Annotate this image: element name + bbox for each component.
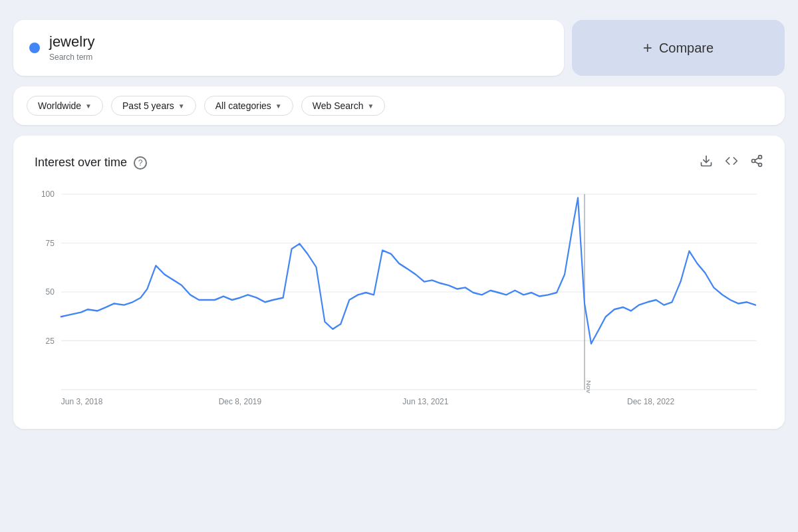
blue-dot-icon xyxy=(29,43,40,53)
search-term-text: jewelry Search term xyxy=(49,33,94,63)
compare-plus-icon: + xyxy=(643,39,652,57)
filter-row: Worldwide ▼ Past 5 years ▼ All categorie… xyxy=(13,86,785,125)
time-chevron-icon: ▼ xyxy=(178,102,185,110)
search-term-value: jewelry xyxy=(49,33,94,51)
top-row: jewelry Search term + Compare xyxy=(13,20,785,76)
chart-area: 100 75 50 25 Nov Jun 3, 2018 Dec 8, 2019… xyxy=(35,187,763,413)
share-icon[interactable] xyxy=(750,154,763,171)
svg-text:100: 100 xyxy=(41,190,55,200)
chart-header: Interest over time ? xyxy=(35,154,763,171)
chart-title-area: Interest over time ? xyxy=(35,156,147,170)
compare-label: Compare xyxy=(659,41,714,56)
svg-line-4 xyxy=(755,162,759,164)
chart-card: Interest over time ? xyxy=(13,136,785,429)
type-chevron-icon: ▼ xyxy=(367,102,374,110)
location-filter[interactable]: Worldwide ▼ xyxy=(27,96,103,116)
svg-text:50: 50 xyxy=(46,287,55,297)
chart-svg: 100 75 50 25 Nov Jun 3, 2018 Dec 8, 2019… xyxy=(35,187,763,413)
location-label: Worldwide xyxy=(38,100,81,111)
chart-actions xyxy=(700,154,763,171)
svg-text:Dec 18, 2022: Dec 18, 2022 xyxy=(627,396,674,406)
category-filter[interactable]: All categories ▼ xyxy=(204,96,293,116)
type-label: Web Search xyxy=(313,100,364,111)
time-label: Past 5 years xyxy=(122,100,174,111)
help-icon[interactable]: ? xyxy=(134,156,147,170)
compare-card[interactable]: + Compare xyxy=(572,20,785,76)
search-term-card: jewelry Search term xyxy=(13,20,564,76)
location-chevron-icon: ▼ xyxy=(85,102,92,110)
category-label: All categories xyxy=(215,100,271,111)
svg-text:75: 75 xyxy=(46,238,55,248)
svg-text:Jun 13, 2021: Jun 13, 2021 xyxy=(402,396,448,406)
svg-text:Dec 8, 2019: Dec 8, 2019 xyxy=(219,396,261,406)
download-icon[interactable] xyxy=(700,154,713,171)
search-term-type: Search term xyxy=(49,53,92,62)
chart-title: Interest over time xyxy=(35,156,127,170)
svg-text:Nov: Nov xyxy=(585,380,592,394)
category-chevron-icon: ▼ xyxy=(275,102,282,110)
embed-icon[interactable] xyxy=(725,154,738,171)
type-filter[interactable]: Web Search ▼ xyxy=(301,96,386,116)
svg-line-5 xyxy=(755,158,759,160)
svg-text:Jun 3, 2018: Jun 3, 2018 xyxy=(61,396,102,406)
svg-text:25: 25 xyxy=(46,336,55,346)
time-filter[interactable]: Past 5 years ▼ xyxy=(111,96,196,116)
